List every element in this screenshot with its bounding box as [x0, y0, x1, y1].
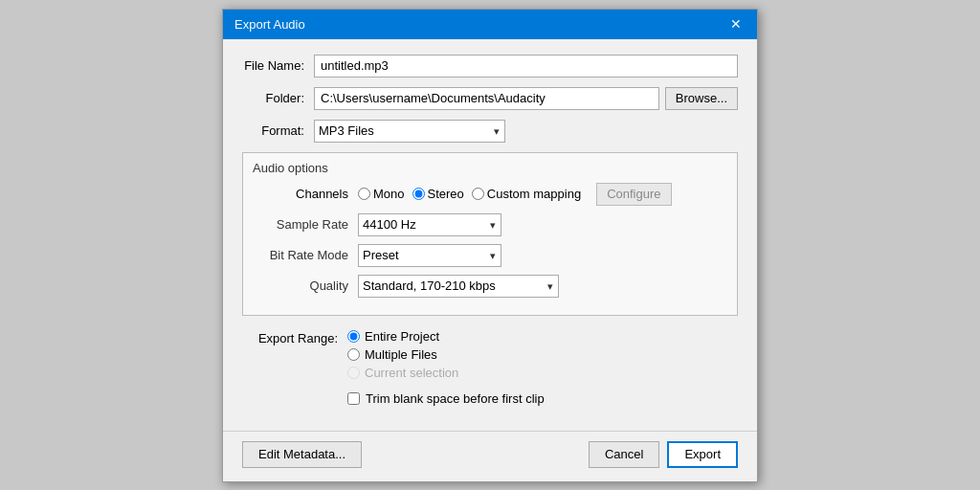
dialog-title: Export Audio	[234, 17, 305, 32]
quality-row: Quality Standard, 170-210 kbps Insane, 3…	[253, 275, 727, 298]
format-select[interactable]: MP3 Files WAV (Microsoft) FLAC OGG Vorbi…	[314, 120, 505, 143]
channel-stereo-radio[interactable]	[412, 188, 425, 200]
export-range-section: Export Range: Entire Project Multiple Fi…	[242, 329, 738, 380]
channel-custom-radio[interactable]	[472, 188, 484, 200]
bit-rate-mode-label: Bit Rate Mode	[253, 248, 348, 262]
quality-select[interactable]: Standard, 170-210 kbps Insane, 320 kbps …	[358, 275, 559, 298]
format-row: Format: MP3 Files WAV (Microsoft) FLAC O…	[242, 120, 738, 143]
channels-radio-group: Mono Stereo Custom mapping Configure	[358, 183, 727, 206]
footer-right: Cancel Export	[589, 441, 738, 468]
cancel-button[interactable]: Cancel	[589, 441, 659, 468]
channel-custom-label[interactable]: Custom mapping	[472, 187, 581, 201]
channel-stereo-label[interactable]: Stereo	[412, 187, 464, 201]
trim-label: Trim blank space before first clip	[366, 391, 545, 406]
file-name-label: File Name:	[242, 58, 304, 73]
sample-rate-select[interactable]: 8000 Hz 11025 Hz 22050 Hz 44100 Hz 48000…	[358, 213, 501, 236]
range-current-selection-text: Current selection	[365, 366, 458, 380]
channels-label: Channels	[253, 187, 348, 201]
export-range-row: Export Range: Entire Project Multiple Fi…	[242, 329, 738, 380]
range-multiple-files-text: Multiple Files	[365, 347, 437, 362]
channel-mono-radio[interactable]	[358, 188, 370, 200]
file-name-input[interactable]	[314, 55, 738, 78]
range-entire-project-radio[interactable]	[347, 330, 360, 343]
edit-metadata-button[interactable]: Edit Metadata...	[242, 441, 362, 468]
audio-options-title: Audio options	[253, 161, 727, 175]
titlebar: Export Audio ✕	[223, 10, 757, 39]
close-button[interactable]: ✕	[726, 17, 746, 31]
configure-button[interactable]: Configure	[596, 183, 671, 206]
channel-mono-text: Mono	[373, 187, 405, 201]
audio-options-group: Audio options Channels Mono Stereo Cus	[242, 152, 738, 316]
dialog-body: File Name: Folder: Browse... Format: MP3…	[223, 39, 757, 431]
trim-row: Trim blank space before first clip	[347, 391, 738, 406]
bit-rate-mode-row: Bit Rate Mode Preset Variable Average Co…	[253, 244, 727, 267]
dialog-footer: Edit Metadata... Cancel Export	[223, 431, 757, 481]
range-options: Entire Project Multiple Files Current se…	[347, 329, 458, 380]
range-current-selection-radio	[347, 367, 360, 379]
bit-rate-mode-select[interactable]: Preset Variable Average Constant	[358, 244, 501, 267]
quality-label: Quality	[253, 278, 348, 293]
range-multiple-files-radio[interactable]	[347, 348, 360, 361]
folder-input[interactable]	[314, 87, 659, 110]
sample-rate-row: Sample Rate 8000 Hz 11025 Hz 22050 Hz 44…	[253, 213, 727, 236]
folder-row: Folder: Browse...	[242, 87, 738, 110]
quality-select-wrapper: Standard, 170-210 kbps Insane, 320 kbps …	[358, 275, 559, 298]
sample-rate-select-wrapper: 8000 Hz 11025 Hz 22050 Hz 44100 Hz 48000…	[358, 213, 501, 236]
trim-checkbox[interactable]	[347, 392, 360, 405]
footer-left: Edit Metadata...	[242, 441, 362, 468]
format-select-wrapper: MP3 Files WAV (Microsoft) FLAC OGG Vorbi…	[314, 120, 505, 143]
sample-rate-label: Sample Rate	[253, 217, 348, 232]
browse-button[interactable]: Browse...	[665, 87, 738, 110]
export-audio-dialog: Export Audio ✕ File Name: Folder: Browse…	[222, 9, 758, 482]
bit-rate-mode-select-wrapper: Preset Variable Average Constant	[358, 244, 501, 267]
range-multiple-files-label[interactable]: Multiple Files	[347, 347, 458, 362]
channel-stereo-text: Stereo	[428, 187, 464, 201]
range-entire-project-text: Entire Project	[365, 329, 439, 344]
channel-mono-label[interactable]: Mono	[358, 187, 405, 201]
file-name-row: File Name:	[242, 55, 738, 78]
folder-label: Folder:	[242, 91, 304, 105]
channel-custom-text: Custom mapping	[487, 187, 581, 201]
export-button[interactable]: Export	[667, 441, 738, 468]
export-range-label: Export Range:	[242, 329, 338, 345]
channels-row: Channels Mono Stereo Custom mapping Conf	[253, 183, 727, 206]
range-entire-project-label[interactable]: Entire Project	[347, 329, 458, 344]
range-current-selection-label: Current selection	[347, 366, 458, 380]
format-label: Format:	[242, 123, 304, 138]
